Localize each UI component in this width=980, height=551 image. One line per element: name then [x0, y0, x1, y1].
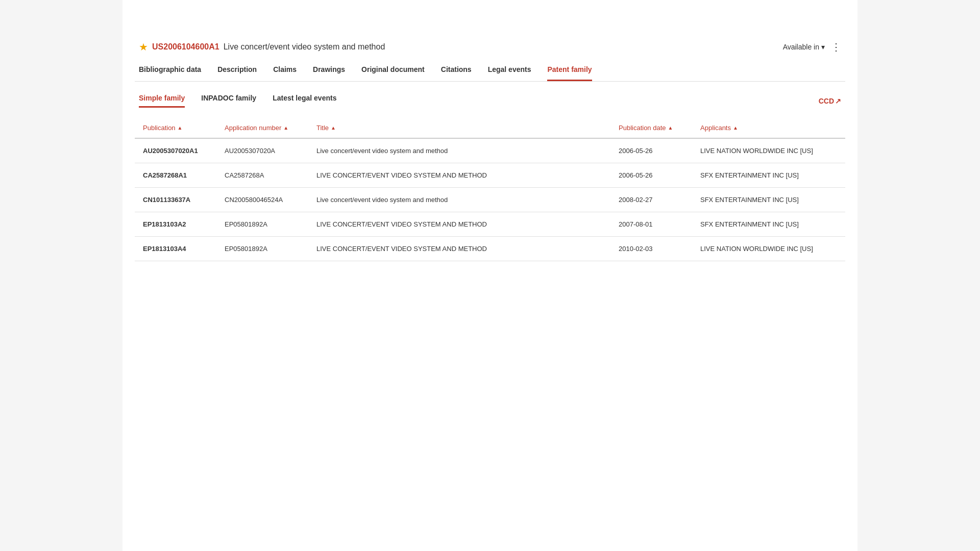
table-row: AU2005307020A1AU2005307020ALive concert/…: [135, 138, 845, 163]
date-sort-icon: ▲: [668, 125, 673, 131]
patent-id[interactable]: US2006104600A1: [152, 42, 219, 52]
cell-title: Live concert/event video system and meth…: [308, 138, 610, 163]
table-header-row: Publication ▲ Application number ▲ Title…: [135, 118, 845, 138]
cell-publication[interactable]: AU2005307020A1: [135, 138, 216, 163]
more-options-icon[interactable]: ⋮: [831, 41, 841, 53]
cell-publication[interactable]: EP1813103A2: [135, 212, 216, 237]
col-header-application-number[interactable]: Application number ▲: [216, 118, 308, 138]
col-header-applicants[interactable]: Applicants ▲: [692, 118, 845, 138]
header-actions: Available in ▾ ⋮: [783, 41, 841, 53]
available-in-label: Available in: [783, 43, 819, 51]
header-row: ★ US2006104600A1 Live concert/event vide…: [135, 41, 845, 53]
cell-title: LIVE CONCERT/EVENT VIDEO SYSTEM AND METH…: [308, 163, 610, 188]
available-in-button[interactable]: Available in ▾: [783, 43, 825, 51]
sub-tab-inpadoc-family[interactable]: INPADOC family: [201, 94, 256, 108]
patent-family-table: Publication ▲ Application number ▲ Title…: [135, 118, 845, 261]
cell-application-number: CA2587268A: [216, 163, 308, 188]
cell-publication[interactable]: EP1813103A4: [135, 237, 216, 261]
patent-title: Live concert/event video system and meth…: [224, 42, 385, 52]
table-row: CA2587268A1CA2587268ALIVE CONCERT/EVENT …: [135, 163, 845, 188]
cell-title: LIVE CONCERT/EVENT VIDEO SYSTEM AND METH…: [308, 212, 610, 237]
tab-original-document[interactable]: Original document: [361, 65, 425, 81]
sub-tab-simple-family[interactable]: Simple family: [139, 94, 185, 108]
ccd-label: CCD: [819, 97, 834, 105]
title-sort-icon: ▲: [331, 125, 336, 131]
cell-application-number: AU2005307020A: [216, 138, 308, 163]
sub-nav-tabs: Simple family INPADOC family Latest lega…: [139, 94, 336, 108]
tab-claims[interactable]: Claims: [273, 65, 297, 81]
cell-applicants: LIVE NATION WORLDWIDE INC [US]: [692, 138, 845, 163]
tab-citations[interactable]: Citations: [441, 65, 472, 81]
tab-bibliographic[interactable]: Bibliographic data: [139, 65, 201, 81]
appnumber-sort-icon: ▲: [283, 125, 288, 131]
available-in-chevron-icon: ▾: [821, 43, 825, 51]
cell-publication-date: 2006-05-26: [610, 163, 692, 188]
cell-applicants: SFX ENTERTAINMENT INC [US]: [692, 163, 845, 188]
cell-applicants: SFX ENTERTAINMENT INC [US]: [692, 188, 845, 212]
cell-application-number: CN200580046524A: [216, 188, 308, 212]
cell-publication-date: 2008-02-27: [610, 188, 692, 212]
cell-title: Live concert/event video system and meth…: [308, 188, 610, 212]
patent-title-area: ★ US2006104600A1 Live concert/event vide…: [139, 41, 385, 53]
tab-description[interactable]: Description: [217, 65, 257, 81]
sub-tab-latest-legal-events[interactable]: Latest legal events: [273, 94, 336, 108]
cell-publication-date: 2007-08-01: [610, 212, 692, 237]
table-row: CN101133637ACN200580046524ALive concert/…: [135, 188, 845, 212]
main-navigation: Bibliographic data Description Claims Dr…: [135, 65, 845, 82]
tab-patent-family[interactable]: Patent family: [547, 65, 592, 81]
ccd-arrow-icon: ↗: [835, 97, 841, 105]
cell-publication-date: 2010-02-03: [610, 237, 692, 261]
table-row: EP1813103A4EP05801892ALIVE CONCERT/EVENT…: [135, 237, 845, 261]
cell-publication[interactable]: CN101133637A: [135, 188, 216, 212]
col-header-title[interactable]: Title ▲: [308, 118, 610, 138]
sub-navigation: Simple family INPADOC family Latest lega…: [135, 94, 845, 108]
cell-publication[interactable]: CA2587268A1: [135, 163, 216, 188]
cell-application-number: EP05801892A: [216, 212, 308, 237]
favorite-star-icon[interactable]: ★: [139, 41, 148, 53]
col-header-publication-date[interactable]: Publication date ▲: [610, 118, 692, 138]
tab-drawings[interactable]: Drawings: [313, 65, 345, 81]
cell-applicants: SFX ENTERTAINMENT INC [US]: [692, 212, 845, 237]
applicants-sort-icon: ▲: [733, 125, 738, 131]
cell-title: LIVE CONCERT/EVENT VIDEO SYSTEM AND METH…: [308, 237, 610, 261]
ccd-link[interactable]: CCD ↗: [819, 97, 841, 105]
publication-sort-icon: ▲: [178, 125, 183, 131]
cell-publication-date: 2006-05-26: [610, 138, 692, 163]
cell-applicants: LIVE NATION WORLDWIDE INC [US]: [692, 237, 845, 261]
cell-application-number: EP05801892A: [216, 237, 308, 261]
tab-legal-events[interactable]: Legal events: [488, 65, 531, 81]
col-header-publication[interactable]: Publication ▲: [135, 118, 216, 138]
table-row: EP1813103A2EP05801892ALIVE CONCERT/EVENT…: [135, 212, 845, 237]
